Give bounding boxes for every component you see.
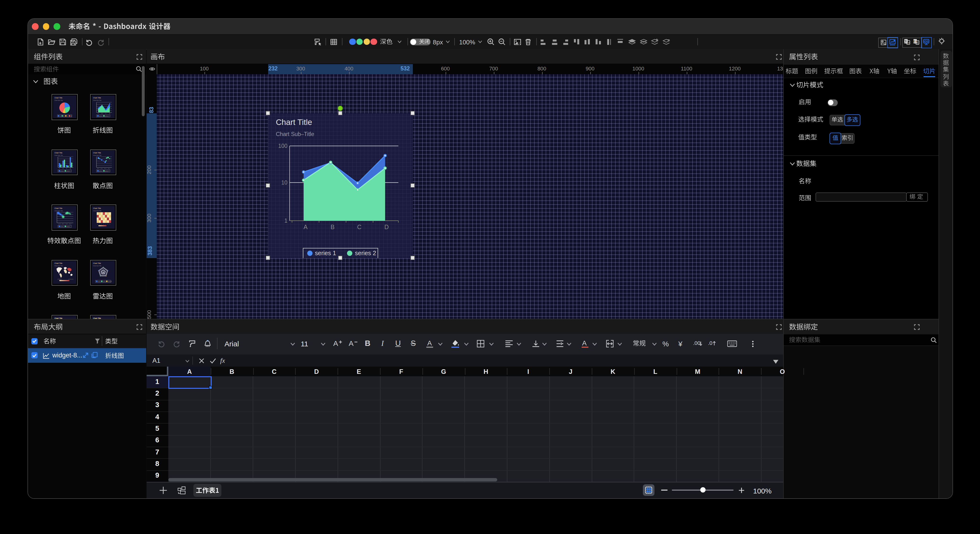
svg-text:B: B <box>330 223 334 230</box>
svg-text:Chart Sub–Title: Chart Sub–Title <box>93 265 101 266</box>
svg-text:series 3: series 3 <box>108 281 111 282</box>
svg-text:series 2: series 2 <box>355 249 376 256</box>
svg-text:B: B <box>62 168 63 169</box>
svg-text:85.2: 85.2 <box>69 223 71 224</box>
svg-text:Chart Sub–Title: Chart Sub–Title <box>54 99 63 101</box>
svg-text:D: D <box>70 115 72 116</box>
svg-text:Chart Sub–Title: Chart Sub–Title <box>93 99 101 101</box>
svg-text:OS: OS <box>924 40 928 43</box>
svg-text:1: 1 <box>284 217 287 223</box>
svg-text:85.2: 85.2 <box>108 168 110 169</box>
svg-text:series 1: series 1 <box>99 115 103 116</box>
svg-text:Chart Title: Chart Title <box>93 207 101 209</box>
svg-text:series 1: series 1 <box>99 171 103 172</box>
svg-text:47800000: 47800000 <box>57 279 62 280</box>
svg-text:D: D <box>109 113 110 114</box>
svg-text:C: C <box>66 168 67 169</box>
svg-text:C: C <box>105 113 106 114</box>
svg-text:40.9: 40.9 <box>97 168 99 169</box>
svg-text:series 1: series 1 <box>60 226 64 227</box>
svg-text:85.4: 85.4 <box>62 223 64 224</box>
svg-text:A: A <box>60 115 60 116</box>
svg-text:Chart Sub–Title: Chart Sub–Title <box>54 265 63 266</box>
svg-text:B: B <box>63 115 64 116</box>
svg-text:D: D <box>384 223 388 230</box>
svg-text:Chart Title: Chart Title <box>54 152 62 154</box>
svg-text:Chart Title: Chart Title <box>54 262 62 265</box>
svg-text:series 2: series 2 <box>105 115 109 116</box>
svg-text:series 2: series 2 <box>105 171 109 172</box>
svg-text:Chart Title: Chart Title <box>93 262 101 265</box>
svg-text:series 1: series 1 <box>315 249 336 256</box>
svg-text:C: C <box>357 223 361 230</box>
svg-text:D: D <box>70 168 71 169</box>
svg-text:A: A <box>348 340 353 347</box>
svg-text:En: En <box>907 41 910 44</box>
svg-text:A: A <box>427 340 432 347</box>
svg-text:A: A <box>333 340 338 347</box>
svg-text:Chart Sub–Title: Chart Sub–Title <box>93 155 101 156</box>
svg-text:Chart Title: Chart Title <box>54 207 62 209</box>
svg-text:series 2: series 2 <box>66 226 70 227</box>
svg-text:Chart Title: Chart Title <box>93 317 101 319</box>
svg-text:Chart Title: Chart Title <box>93 96 101 99</box>
svg-text:Chart Sub–Title: Chart Sub–Title <box>275 131 314 137</box>
svg-text:series 2: series 2 <box>66 171 70 172</box>
svg-text:40.9: 40.9 <box>58 223 60 224</box>
svg-text:100: 100 <box>278 143 287 149</box>
svg-text:.00: .00 <box>693 340 700 346</box>
svg-text:85.9: 85.9 <box>65 223 67 224</box>
svg-text:Chart Title: Chart Title <box>54 96 62 99</box>
svg-text:10: 10 <box>281 179 287 185</box>
svg-text:series 2: series 2 <box>102 281 107 282</box>
svg-text:Chart Sub–Title: Chart Sub–Title <box>54 155 63 156</box>
svg-text:85.9: 85.9 <box>104 168 106 169</box>
svg-text:1439000000: 1439000000 <box>68 279 73 280</box>
svg-text:Chart Sub–Title: Chart Sub–Title <box>54 210 63 211</box>
svg-text:85.4: 85.4 <box>100 168 102 169</box>
svg-text:series 1: series 1 <box>60 171 64 172</box>
svg-text:Chart Title: Chart Title <box>275 118 312 126</box>
svg-text:Chart Title: Chart Title <box>54 317 62 319</box>
svg-text:Chart Sub–Title: Chart Sub–Title <box>93 210 101 211</box>
svg-text:C: C <box>67 115 68 116</box>
svg-text:A: A <box>303 223 307 230</box>
svg-text:Chart Title: Chart Title <box>93 152 101 154</box>
svg-text:.0: .0 <box>708 340 712 346</box>
svg-text:A: A <box>582 340 587 347</box>
svg-text:series 1: series 1 <box>97 281 102 282</box>
svg-text:B: B <box>101 113 102 114</box>
